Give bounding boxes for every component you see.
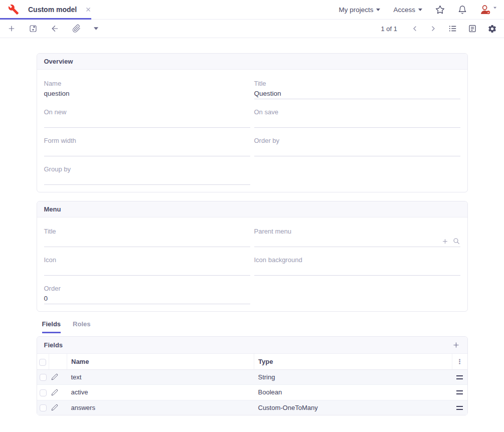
form-view: Overview Name question Title Question On… (0, 38, 504, 415)
settings-icon[interactable] (487, 24, 497, 34)
field-title-input[interactable]: Question (254, 88, 460, 99)
field-parent-menu-label: Parent menu (254, 227, 460, 236)
save-icon[interactable] (29, 24, 38, 33)
field-group-by-input[interactable] (44, 174, 250, 185)
field-form-width-label: Form width (44, 136, 250, 145)
field-icon-background-label: Icon background (254, 256, 460, 265)
drag-handle-icon[interactable] (456, 406, 463, 410)
create-icon[interactable] (7, 24, 16, 33)
fields-card: Fields Name Type ⋮ (37, 336, 468, 415)
field-on-new-label: On new (44, 108, 250, 117)
overview-card: Overview Name question Title Question On… (37, 53, 468, 192)
menu-access-label: Access (393, 6, 415, 14)
field-menu-icon-label: Icon (44, 256, 250, 265)
field-title-label: Title (254, 79, 460, 88)
cell-field-type: String (254, 369, 452, 385)
table-header-row: Name Type ⋮ (37, 354, 467, 369)
top-bar: Custom model My projects Access (0, 0, 504, 20)
notebook-tabs: Fields Roles (37, 320, 468, 333)
row-checkbox[interactable] (40, 374, 47, 381)
attachment-icon[interactable] (72, 24, 81, 33)
cell-field-type: Custom-OneToMany (254, 400, 452, 415)
fields-table: Name Type ⋮ text String (37, 354, 467, 415)
close-icon[interactable] (85, 6, 92, 13)
field-menu-icon: Icon (44, 256, 250, 276)
field-on-new-input[interactable] (44, 117, 250, 128)
field-menu-icon-input[interactable] (44, 265, 250, 276)
back-icon[interactable] (50, 24, 60, 33)
field-name-label: Name (44, 79, 250, 88)
menu-my-projects-label: My projects (339, 6, 373, 14)
field-on-save-input[interactable] (254, 117, 460, 128)
edit-column-header (49, 354, 67, 369)
record-pager: 1 of 1 (381, 25, 397, 33)
table-row[interactable]: active Boolean (37, 385, 467, 400)
menu-card-title: Menu (37, 201, 467, 218)
empty-cell (254, 284, 460, 304)
chevron-down-icon (376, 9, 380, 11)
field-name: Name question (44, 79, 250, 99)
row-checkbox[interactable] (40, 389, 47, 396)
column-header-type: Type (254, 354, 452, 369)
search-icon[interactable] (452, 237, 460, 245)
dropdown-caret-icon[interactable] (93, 27, 99, 31)
field-order-by: Order by (254, 136, 460, 156)
form-toolbar: 1 of 1 (0, 20, 504, 38)
cell-field-name: active (67, 385, 254, 400)
column-header-name: Name (67, 354, 254, 369)
field-on-save: On save (254, 108, 460, 128)
field-group-by-label: Group by (44, 165, 250, 174)
field-order-by-label: Order by (254, 136, 460, 145)
empty-cell (254, 165, 460, 185)
field-form-width: Form width (44, 136, 250, 156)
field-title: Title Question (254, 79, 460, 99)
prev-icon[interactable] (411, 25, 419, 33)
tab-title[interactable]: Custom model (28, 6, 77, 14)
list-view-icon[interactable] (448, 24, 457, 33)
row-checkbox[interactable] (40, 404, 47, 411)
edit-pencil-icon[interactable] (51, 389, 65, 396)
select-all-checkbox[interactable] (39, 359, 46, 366)
column-options-icon[interactable]: ⋮ (456, 358, 463, 365)
field-parent-menu: Parent menu (254, 227, 460, 247)
form-view-icon[interactable] (468, 24, 477, 33)
menu-my-projects[interactable]: My projects (339, 6, 380, 14)
tab-roles[interactable]: Roles (73, 320, 90, 333)
field-form-width-input[interactable] (44, 145, 250, 156)
field-on-new: On new (44, 108, 250, 128)
field-icon-background: Icon background (254, 256, 460, 276)
cell-field-name: text (67, 369, 254, 385)
field-on-save-label: On save (254, 108, 460, 117)
star-icon[interactable] (435, 5, 445, 15)
cell-field-name: answers (67, 400, 254, 415)
field-icon-background-input[interactable] (254, 265, 460, 276)
field-menu-title-label: Title (44, 227, 250, 236)
add-record-icon[interactable] (441, 238, 449, 245)
field-order-by-input[interactable] (254, 145, 460, 156)
edit-pencil-icon[interactable] (51, 404, 65, 411)
add-field-icon[interactable] (452, 341, 460, 349)
table-row[interactable]: answers Custom-OneToMany (37, 400, 467, 415)
next-icon[interactable] (429, 25, 437, 33)
fields-card-title: Fields (44, 341, 63, 349)
field-menu-title: Title (44, 227, 250, 247)
tab-fields[interactable]: Fields (42, 320, 61, 333)
field-parent-menu-input[interactable] (254, 236, 460, 247)
menu-access[interactable]: Access (393, 6, 422, 14)
edit-pencil-icon[interactable] (51, 373, 65, 380)
wrench-logo-icon[interactable] (8, 4, 19, 15)
field-order-input[interactable]: 0 (44, 293, 250, 304)
table-row[interactable]: text String (37, 369, 467, 385)
field-name-value: question (44, 88, 250, 99)
field-menu-title-input[interactable] (44, 236, 250, 247)
active-tab-indicator (0, 18, 91, 20)
drag-handle-icon[interactable] (456, 390, 463, 394)
menu-card: Menu Title Parent menu (37, 201, 468, 312)
chevron-down-icon (418, 9, 422, 11)
overview-card-title: Overview (37, 54, 467, 70)
field-group-by: Group by (44, 165, 250, 185)
cell-field-type: Boolean (254, 385, 452, 400)
user-avatar-icon[interactable] (480, 5, 497, 15)
bell-icon[interactable] (458, 5, 467, 15)
drag-handle-icon[interactable] (456, 375, 463, 379)
